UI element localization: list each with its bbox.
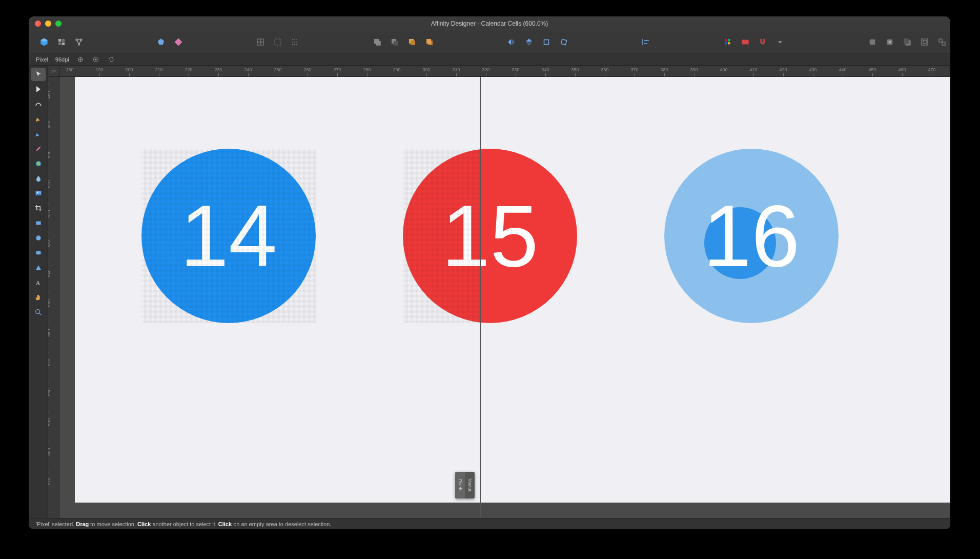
cell-16-number: 16	[703, 186, 800, 286]
ruler-unit-label[interactable]: px	[48, 66, 59, 77]
artboard-tool-icon[interactable]	[31, 83, 46, 96]
grid-toggle-icon[interactable]	[253, 35, 268, 49]
svg-rect-2	[58, 42, 61, 45]
split-left-label: Pixels	[455, 472, 465, 498]
ruler-h-tick: 180	[62, 67, 77, 72]
ruler-v-tick: 610	[48, 474, 51, 489]
show-rotation-center-icon[interactable]	[92, 55, 100, 64]
transparency-tool-icon[interactable]	[31, 172, 46, 185]
horizontal-ruler[interactable]: 1801902002102202302402502602702802903003…	[59, 66, 950, 77]
ruler-v-tick: 580	[48, 385, 51, 400]
ruler-h-tick: 270	[330, 67, 345, 72]
svg-point-6	[78, 44, 80, 45]
ruler-v-tick: 520	[48, 206, 51, 222]
snap-dropdown-icon[interactable]	[773, 35, 787, 49]
brush-tool-icon[interactable]	[31, 142, 46, 155]
maximize-window-icon[interactable]	[55, 21, 62, 27]
svg-rect-21	[725, 39, 727, 42]
boolean-subtract-icon[interactable]	[387, 35, 402, 49]
svg-rect-20	[561, 39, 566, 45]
traffic-lights	[29, 21, 62, 27]
ruler-v-tick: 560	[48, 325, 51, 341]
baseline-toggle-icon[interactable]	[288, 35, 302, 49]
ruler-h-tick: 190	[92, 67, 107, 72]
document-canvas[interactable]: 14 15 16	[75, 77, 950, 503]
export-persona-icon[interactable]	[72, 35, 86, 49]
guides-toggle-icon[interactable]	[271, 35, 285, 49]
designer-persona-icon[interactable]	[37, 35, 51, 49]
force-pixel-align-icon[interactable]	[171, 35, 186, 49]
ruler-h-tick: 410	[746, 67, 761, 72]
ruler-h-tick: 200	[121, 67, 137, 72]
ruler-v-tick: 500	[48, 147, 51, 162]
ellipse-tool-icon[interactable]	[31, 231, 46, 245]
minimize-window-icon[interactable]	[45, 21, 51, 27]
ruler-h-tick: 460	[894, 67, 910, 72]
pixel-persona-icon[interactable]	[54, 35, 69, 49]
insert-target-icon[interactable]	[865, 35, 880, 49]
lock-children-icon[interactable]	[76, 55, 85, 64]
triangle-tool-icon[interactable]	[31, 261, 46, 274]
arrange-back-icon[interactable]	[405, 35, 419, 49]
split-view-divider[interactable]	[480, 77, 481, 518]
cycle-selection-icon[interactable]	[107, 55, 115, 64]
calendar-cell-15[interactable]: 15	[403, 149, 577, 323]
ruler-v-tick: 540	[48, 266, 51, 281]
svg-point-48	[35, 310, 39, 314]
calendar-cell-14[interactable]: 14	[141, 149, 316, 323]
rounded-rect-tool-icon[interactable]	[31, 246, 46, 259]
node-tool-icon[interactable]	[31, 97, 46, 111]
svg-point-45	[36, 235, 40, 240]
fill-tool-icon[interactable]	[31, 157, 46, 170]
close-window-icon[interactable]	[35, 21, 41, 27]
group-icon[interactable]	[917, 35, 932, 49]
status-bar: 'Pixel' selected. Drag to move selection…	[29, 518, 950, 529]
insert-behind-icon[interactable]	[900, 35, 914, 49]
ruler-h-tick: 420	[775, 67, 791, 72]
ruler-h-tick: 220	[181, 67, 196, 72]
rotate-ccw-icon[interactable]	[539, 35, 554, 49]
ruler-h-tick: 330	[508, 67, 523, 72]
rotate-cw-icon[interactable]	[557, 35, 571, 49]
pencil-tool-icon[interactable]	[31, 127, 46, 141]
zoom-tool-icon[interactable]	[31, 306, 46, 319]
ruler-h-tick: 470	[924, 67, 940, 72]
svg-rect-8	[175, 38, 182, 46]
hand-tool-icon[interactable]	[31, 291, 46, 304]
viewport[interactable]: 14 15 16 Pi	[59, 77, 950, 518]
vertical-ruler[interactable]: 4804905005105205305405505605705805906006…	[48, 77, 59, 518]
text-tool-icon[interactable]: A	[31, 276, 46, 289]
ruler-h-tick: 210	[151, 67, 167, 72]
titlebar[interactable]: Affinity Designer - Calendar Cells (600.…	[29, 16, 950, 31]
ruler-h-tick: 370	[627, 67, 642, 72]
main-toolbar	[29, 31, 950, 53]
boolean-add-icon[interactable]	[370, 35, 384, 49]
svg-rect-24	[728, 42, 730, 45]
snapping-icon[interactable]	[154, 35, 168, 49]
ruler-h-tick: 310	[448, 67, 464, 72]
svg-point-40	[95, 58, 96, 59]
arrange-front-icon[interactable]	[422, 35, 437, 49]
ruler-h-tick: 290	[389, 67, 404, 72]
crop-tool-icon[interactable]	[31, 202, 46, 215]
swatches-icon[interactable]	[721, 35, 735, 49]
assets-icon[interactable]	[738, 35, 752, 49]
svg-rect-16	[411, 41, 415, 45]
rectangle-tool-icon[interactable]	[31, 216, 46, 230]
magnet-snap-icon[interactable]	[756, 35, 770, 49]
split-view-handle[interactable]: Pixels Vector	[455, 472, 475, 498]
move-tool-icon[interactable]	[31, 68, 46, 81]
svg-rect-18	[426, 39, 431, 44]
pen-tool-icon[interactable]	[31, 112, 46, 126]
insert-inside-icon[interactable]	[883, 35, 897, 49]
svg-rect-23	[725, 42, 727, 45]
flip-v-icon[interactable]	[522, 35, 536, 49]
ungroup-icon[interactable]	[935, 35, 949, 49]
ruler-h-tick: 380	[657, 67, 672, 72]
align-left-icon[interactable]	[639, 35, 653, 49]
ruler-h-tick: 250	[270, 67, 285, 72]
flip-h-icon[interactable]	[504, 35, 519, 49]
ruler-v-tick: 600	[48, 444, 51, 460]
calendar-cell-16[interactable]: 16	[664, 149, 839, 323]
place-image-tool-icon[interactable]	[31, 187, 46, 200]
